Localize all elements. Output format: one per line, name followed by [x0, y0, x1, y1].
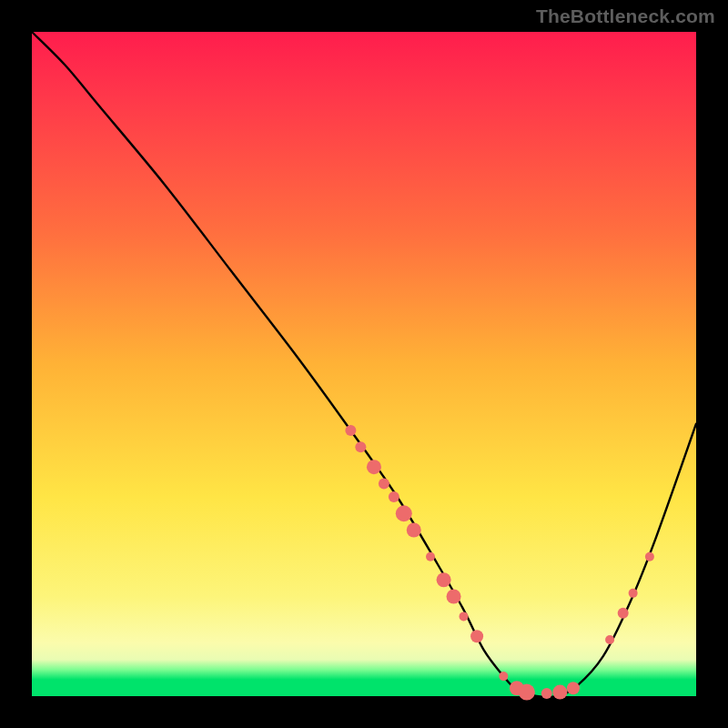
- data-marker: [541, 688, 552, 699]
- data-marker: [367, 460, 381, 474]
- data-marker: [345, 425, 356, 436]
- chart-svg: [32, 32, 696, 696]
- data-marker: [519, 684, 535, 701]
- plot-area: [32, 32, 696, 696]
- curve-line: [32, 32, 696, 697]
- data-marker: [605, 635, 614, 644]
- data-marker: [618, 608, 629, 619]
- chart-frame: TheBottleneck.com: [0, 0, 728, 728]
- data-marker: [379, 478, 389, 489]
- data-marker: [567, 682, 580, 694]
- data-marker: [396, 505, 412, 521]
- data-marker: [437, 572, 451, 587]
- data-marker: [426, 552, 435, 561]
- data-marker: [460, 612, 469, 621]
- data-markers: [345, 425, 654, 701]
- watermark-text: TheBottleneck.com: [536, 5, 715, 27]
- data-marker: [470, 630, 483, 642]
- data-marker: [447, 590, 461, 604]
- data-marker: [389, 491, 399, 502]
- data-marker: [355, 441, 366, 452]
- data-marker: [407, 523, 421, 538]
- data-marker: [645, 552, 654, 561]
- data-marker: [499, 672, 508, 681]
- data-marker: [552, 685, 567, 700]
- data-marker: [629, 589, 638, 598]
